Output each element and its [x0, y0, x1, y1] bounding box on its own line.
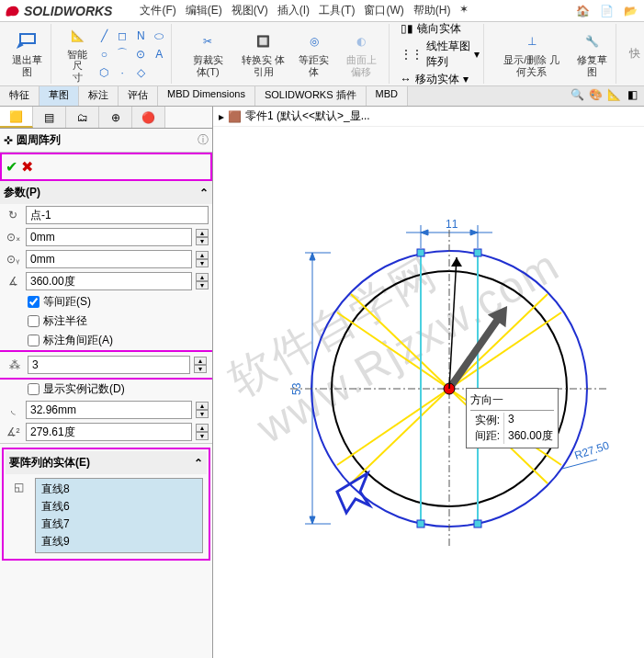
tooltip-instances[interactable]: 3: [503, 413, 554, 428]
dim-top: 11: [446, 218, 458, 231]
command-tabs: 特征 草图 标注 评估 MBD Dimensions SOLIDWORKS 插件…: [0, 86, 644, 107]
view-settings-icon[interactable]: 🎨: [587, 86, 604, 103]
angle-input[interactable]: [26, 272, 192, 290]
tab-feature[interactable]: 特征: [0, 86, 40, 106]
equal-spacing-checkbox[interactable]: [28, 296, 40, 308]
tab-sketch[interactable]: 草图: [40, 86, 79, 106]
tab-evaluate[interactable]: 评估: [119, 86, 158, 106]
svg-rect-23: [474, 520, 481, 528]
trim-button[interactable]: ✂ 剪裁实 体(T): [183, 28, 232, 78]
dim-radius-checkbox[interactable]: [28, 315, 40, 327]
home-icon[interactable]: 🏠: [572, 1, 593, 21]
app-name: SOLIDWORKS: [24, 4, 112, 18]
relations-icon: ⊥: [521, 30, 543, 52]
center-x-input[interactable]: [26, 228, 192, 246]
section-icon[interactable]: 📐: [605, 86, 622, 103]
surface-offset-button[interactable]: ◐ 曲面上 偏移: [338, 28, 385, 78]
feature-breadcrumb: ▸ 🟫 零件1 (默认<<默认>_显...: [213, 107, 644, 127]
params-section-header[interactable]: 参数(P) ⌃: [0, 181, 212, 204]
repair-sketch-button[interactable]: 🔧 修复草 图: [571, 28, 612, 78]
breadcrumb-collapse-icon[interactable]: ▸: [219, 110, 224, 123]
breadcrumb-part[interactable]: 零件1 (默认<<默认>_显...: [245, 108, 370, 124]
axis-input[interactable]: [26, 206, 209, 224]
menu-window[interactable]: 窗口(W): [364, 3, 403, 18]
svg-marker-8: [310, 253, 315, 260]
linear-pattern-button[interactable]: ⋮⋮线性草图阵列 ▾: [401, 39, 480, 70]
entity-item[interactable]: 直线6: [38, 498, 200, 516]
svg-rect-21: [474, 249, 481, 256]
tooltip-spacing[interactable]: 360.00度: [503, 428, 554, 444]
panel-tab-appearance[interactable]: 🔴: [132, 107, 165, 128]
center-x-icon: ⊙ₓ: [4, 228, 22, 246]
circular-pattern-icon: ✜: [4, 134, 13, 147]
open-icon[interactable]: 📂: [620, 1, 640, 21]
convert-button[interactable]: 🔲 转换实 体引用: [236, 28, 291, 78]
collapse-icon: ⌃: [194, 457, 203, 470]
graphics-canvas[interactable]: ▸ 🟫 零件1 (默认<<默认>_显... 软件自学网 www.Rjzxw.co…: [213, 107, 644, 658]
mirror-button[interactable]: ▯▮镜向实体: [401, 21, 480, 37]
tooltip-direction: 方向一: [470, 392, 554, 411]
offset-icon: ◎: [303, 30, 325, 52]
panel-tab-config[interactable]: 🗂: [66, 107, 99, 128]
center-y-input[interactable]: [26, 250, 192, 268]
spinner-up[interactable]: ▴: [196, 229, 209, 237]
entity-select-icon: ◱: [9, 478, 28, 496]
panel-tab-dimxpert[interactable]: ⊕: [99, 107, 132, 128]
radius-input[interactable]: [26, 401, 192, 419]
menu-file[interactable]: 文件(F): [140, 3, 175, 18]
entity-item[interactable]: 直线9: [38, 533, 200, 550]
entity-item[interactable]: 直线7: [38, 516, 200, 533]
feature-title-row: ✜ 圆周阵列 ⓘ: [0, 129, 212, 153]
move-button[interactable]: ↔移动实体 ▾: [401, 72, 480, 87]
cancel-button[interactable]: ✖: [21, 158, 33, 176]
widget-icon[interactable]: ◧: [624, 86, 640, 103]
dim-angular-checkbox[interactable]: [28, 335, 40, 346]
move-icon: ↔: [401, 73, 412, 85]
collapse-icon: ⌃: [199, 187, 209, 199]
display-relations-button[interactable]: ⊥ 显示/删除 几何关系: [495, 28, 568, 78]
menu-insert[interactable]: 插入(I): [277, 3, 310, 18]
ok-button[interactable]: ✔: [6, 158, 17, 176]
menu-view[interactable]: 视图(V): [232, 3, 268, 18]
main-menu: 文件(F) 编辑(E) 视图(V) 插入(I) 工具(T) 窗口(W) 帮助(H…: [140, 3, 469, 18]
menu-help[interactable]: 帮助(H): [413, 3, 451, 18]
show-count-checkbox[interactable]: [28, 383, 40, 395]
svg-rect-20: [417, 249, 424, 256]
tab-plugins[interactable]: SOLIDWORKS 插件: [255, 86, 367, 106]
help-icon[interactable]: ⓘ: [198, 132, 209, 148]
tab-mbd-dimensions[interactable]: MBD Dimensions: [158, 86, 255, 106]
new-icon[interactable]: 📄: [596, 1, 616, 21]
exit-sketch-button[interactable]: 退出草 图: [7, 28, 47, 78]
tab-mbd[interactable]: MBD: [367, 86, 408, 106]
menu-edit[interactable]: 编辑(E): [186, 3, 222, 18]
entity-item[interactable]: 直线8: [38, 481, 200, 498]
spinner-down[interactable]: ▾: [196, 237, 209, 245]
repair-icon: 🔧: [581, 30, 603, 52]
sketch-drawing: 11 53: [213, 129, 644, 658]
confirm-bar: ✔ ✖: [0, 153, 212, 181]
mirror-icon: ▯▮: [401, 22, 413, 35]
property-manager: 🟨 ▤ 🗂 ⊕ 🔴 ✜ 圆周阵列 ⓘ ✔ ✖ 参数(P) ⌃ ↻ ⊙ₓ: [0, 107, 213, 658]
quick-access: 🏠 📄 📂: [572, 1, 640, 21]
panel-tab-display[interactable]: ▤: [33, 107, 66, 128]
dimension-icon: 📐: [66, 25, 88, 47]
svg-marker-3: [421, 230, 428, 235]
entities-section-header[interactable]: 要阵列的实体(E) ⌃: [6, 451, 207, 474]
instances-input[interactable]: [28, 356, 190, 374]
solidworks-logo-icon: [4, 2, 22, 20]
panel-tab-feature[interactable]: 🟨: [0, 107, 33, 128]
instances-icon: ⁂: [6, 356, 24, 374]
search-icon[interactable]: 🔍: [569, 86, 585, 103]
menu-star-icon[interactable]: ✶: [459, 3, 469, 18]
exit-sketch-icon: [17, 30, 39, 52]
feature-title: 圆周阵列: [17, 132, 61, 148]
arc-angle-input[interactable]: [26, 423, 192, 441]
svg-marker-9: [310, 516, 315, 524]
entity-list[interactable]: 直线8 直线6 直线7 直线9: [35, 478, 203, 553]
tab-annotate[interactable]: 标注: [79, 86, 119, 106]
offset-button[interactable]: ◎ 等距实 体: [294, 28, 333, 78]
pattern-icon: ⋮⋮: [401, 48, 423, 61]
menu-tools[interactable]: 工具(T): [319, 3, 355, 18]
cursor-arrow-icon: [337, 473, 369, 513]
smart-dimension-button[interactable]: 📐 智能尺 寸: [62, 23, 92, 84]
